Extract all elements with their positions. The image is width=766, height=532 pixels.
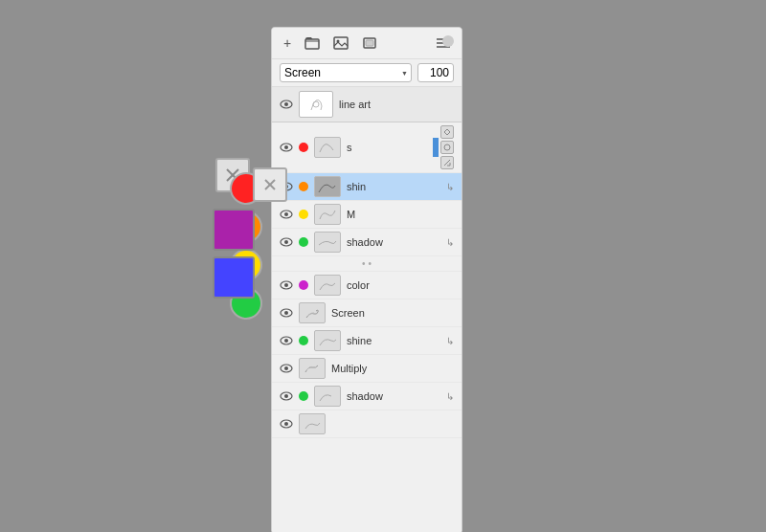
clip-icon-shin: ↳ [446, 182, 454, 192]
blend-icon-mid[interactable] [440, 141, 454, 154]
layer-name-screen: Screen [331, 307, 454, 319]
thumbnail-screen [299, 302, 326, 323]
thumbnail-multiply [299, 358, 326, 379]
layer-dot-shine [299, 336, 308, 345]
layer-name-shin: shin [347, 181, 440, 192]
thumbnail-last [299, 413, 326, 434]
big-swatch-purple[interactable] [213, 209, 255, 251]
layer-item-shin[interactable]: shin ↳ [272, 173, 462, 201]
blend-mode-select[interactable]: Screen [280, 63, 412, 82]
visibility-icon-shadow1[interactable] [280, 235, 293, 249]
clip-icon-shine: ↳ [446, 336, 454, 346]
layer-thumbnail-group [299, 91, 333, 118]
svg-point-10 [313, 101, 319, 107]
layer-item-shadow1[interactable]: shadow ↳ [272, 229, 462, 256]
svg-point-21 [284, 283, 288, 287]
thumbnail-shine [314, 330, 341, 351]
layer-item-last[interactable] [272, 410, 462, 438]
layer-item-shadow2[interactable]: shadow ↳ [272, 383, 462, 410]
layer-dot-shadow1 [299, 237, 308, 247]
svg-rect-4 [366, 40, 373, 46]
layer-name-m: M [347, 209, 454, 220]
blend-bar [433, 138, 439, 157]
layer-dot-shin [299, 182, 308, 191]
layer-name-lineart: line art [339, 99, 454, 110]
visibility-icon-shine[interactable] [280, 334, 293, 347]
blend-icon-bot[interactable] [440, 156, 454, 169]
add-layer-button[interactable]: + [280, 33, 295, 53]
layer-name-shadow1: shadow [347, 236, 440, 248]
layer-item-screen[interactable]: Screen [272, 299, 462, 327]
svg-point-12 [284, 145, 288, 149]
small-square-x[interactable] [253, 167, 287, 202]
svg-point-25 [284, 339, 288, 343]
blend-icon-top[interactable] [440, 125, 454, 139]
layer-item-color[interactable]: color [272, 272, 462, 299]
layer-name-s: s [347, 142, 427, 153]
visibility-icon-s[interactable] [280, 141, 293, 154]
opacity-input[interactable] [417, 63, 454, 82]
visibility-icon-multiply[interactable] [280, 362, 293, 375]
visibility-icon-m[interactable] [280, 208, 293, 221]
svg-point-13 [444, 144, 450, 150]
visibility-icon-screen[interactable] [280, 306, 293, 320]
svg-point-31 [284, 422, 288, 426]
visibility-icon-color[interactable] [280, 278, 293, 292]
layer-item-spacer: • • [272, 256, 462, 272]
visibility-icon[interactable] [280, 98, 293, 111]
thumbnail-shin [314, 176, 341, 197]
visibility-icon-shadow2[interactable] [280, 389, 293, 403]
layer-dot-m [299, 210, 308, 219]
layer-dot-color [299, 280, 308, 290]
panel-toolbar: + [272, 28, 462, 59]
svg-point-27 [284, 366, 288, 370]
blend-mode-wrapper: Screen [280, 63, 412, 82]
layer-button[interactable] [358, 34, 381, 52]
svg-point-23 [284, 311, 288, 315]
thumbnail-shadow2 [314, 386, 341, 407]
layer-item-shine[interactable]: shine ↳ [272, 327, 462, 355]
layer-item-m[interactable]: M [272, 201, 462, 229]
layer-dot-s [299, 143, 308, 152]
svg-point-9 [284, 102, 288, 106]
spacer-dots: • • [362, 258, 372, 269]
layer-name-shine: shine [347, 335, 440, 346]
svg-point-17 [284, 212, 288, 216]
layer-dot-shadow2 [299, 391, 308, 401]
svg-rect-1 [334, 37, 348, 49]
folder-button[interactable] [301, 34, 324, 52]
big-swatch-blue[interactable] [213, 256, 255, 299]
thumbnail-shadow1 [314, 232, 341, 253]
clip-icon-shadow1: ↳ [446, 237, 454, 248]
layer-item-multiply[interactable]: Multiply [272, 355, 462, 383]
layers-panel: + [271, 27, 462, 532]
layer-name-multiply: Multiply [331, 363, 454, 374]
thumbnail-color [314, 275, 341, 296]
layer-group-header-top: line art [272, 87, 462, 122]
clip-icon-shadow2: ↳ [446, 391, 454, 402]
visibility-icon-last[interactable] [280, 417, 293, 431]
svg-point-29 [284, 394, 288, 398]
image-button[interactable] [329, 34, 352, 52]
thumbnail-s [314, 137, 341, 158]
layers-list: s [272, 122, 462, 532]
blend-opacity-row: Screen [272, 59, 462, 87]
layer-name-shadow2: shadow [347, 390, 440, 402]
panel-close-button[interactable] [442, 35, 454, 47]
svg-point-19 [284, 240, 288, 244]
thumbnail-m [314, 204, 341, 225]
layer-item-s[interactable]: s [272, 122, 462, 173]
layer-name-color: color [347, 279, 454, 291]
